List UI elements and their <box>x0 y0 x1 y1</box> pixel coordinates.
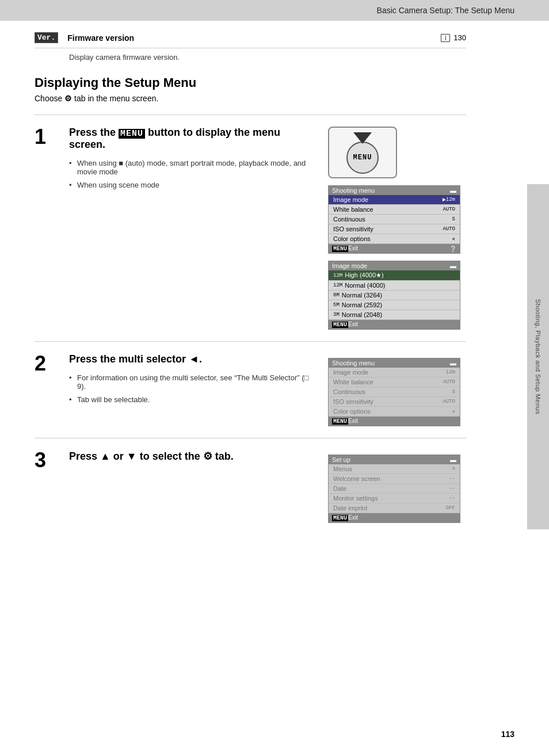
step-3-images: Set up ▬ Menus ≡ Welcome screen -- <box>328 450 466 523</box>
step-2-screen: Shooting menu ▬ Image mode 12m White bal… <box>328 358 460 426</box>
arrow-down-icon <box>353 132 372 144</box>
screen-1-header-icon: ▬ <box>450 187 456 194</box>
firmware-icon: Ver. <box>35 32 58 43</box>
screen-row-normal3264: 8M Normal (3264) <box>329 291 460 300</box>
main-content: Ver. Firmware version 130 Display camera… <box>0 21 501 546</box>
screen-row-normal2048: 3M ​Normal (2048) <box>329 310 460 320</box>
step-3-content: Press ▲ or ▼ to select the ⚙ tab. <box>69 450 317 523</box>
firmware-ref-number: 130 <box>453 33 466 42</box>
step-3-screen: Set up ▬ Menus ≡ Welcome screen -- <box>328 455 460 523</box>
step3-row-welcome: Welcome screen -- <box>329 474 460 484</box>
screen-row-normal2592: 5M Normal (2592) <box>329 300 460 310</box>
section-title: Displaying the Setup Menu <box>35 75 466 90</box>
step-2-screen-body: Image mode 12m White balance AUTO Contin… <box>329 368 460 417</box>
screen-1-footer-icon: ❔ <box>449 246 456 252</box>
screen-row-color: ​Color options ✕ <box>329 234 460 244</box>
screen-row-continuous: Continuous S <box>329 215 460 224</box>
step-2-title: Press the multi selector ◄. <box>69 353 317 365</box>
header-bar: Basic Camera Setup: The Setup Menu <box>0 0 549 21</box>
screen-2-footer-menu: MENUExit <box>332 321 358 328</box>
step-3-screen-header: Set up ▬ <box>329 455 460 464</box>
step-1-images: MENU Shooting menu ▬ Image mode ► 12m <box>328 127 466 330</box>
screen-row-image-mode: Image mode ► 12m <box>329 195 460 205</box>
step-1-bullets: When using ■ (auto) mode, smart portrait… <box>69 156 317 192</box>
screen-row-white-balance: White balance AUTO <box>329 205 460 215</box>
firmware-label: Firmware version <box>67 33 441 43</box>
step2-row-iso: ISO sensitivity AUTO <box>329 397 460 407</box>
step2-row-wb: White balance AUTO <box>329 377 460 387</box>
step-3-screen-body: Menus ≡ Welcome screen -- Date -- Moni <box>329 464 460 513</box>
screen-2-header-label: Image mode <box>332 262 367 269</box>
screen-1-body: Image mode ► 12m White balance AUTO Cont… <box>329 195 460 244</box>
shooting-menu-screen: Shooting menu ▬ Image mode ► 12m White b… <box>328 185 460 254</box>
step-2-bullet-2: Tab will be selectable. <box>69 393 317 406</box>
book-icon <box>441 34 450 42</box>
screen-1-footer-menu: MENUExit <box>332 245 358 252</box>
page-number: 113 <box>501 730 514 739</box>
step-2-bullet-1: For information on using the multi selec… <box>69 371 317 393</box>
firmware-description: Display camera firmware version. <box>69 51 466 62</box>
step-2-bullets: For information on using the multi selec… <box>69 371 317 406</box>
step-1-number: 1 <box>35 127 58 330</box>
firmware-ref: 130 <box>441 33 466 42</box>
step3-row-dateimprint: ​Date imprint OFF <box>329 503 460 513</box>
step-2: 2 Press the multi selector ◄. For inform… <box>35 341 466 438</box>
screen-2-header-icon: ▬ <box>450 262 456 269</box>
sidebar-text-label: Shooting, Playback and Setup Menus <box>535 299 542 414</box>
screen-row-normal4000: 12M Normal (4000) <box>329 281 460 291</box>
step-1-title: Press the MENU button to display the men… <box>69 127 317 151</box>
screen-row-iso: ISO sensitivity AUTO <box>329 224 460 234</box>
step-2-screen-footer: MENUExit <box>329 417 460 426</box>
step-1-bullet-2: When using scene mode <box>69 178 317 192</box>
step3-row-monitor: Monitor settings -- <box>329 494 460 503</box>
step-2-number: 2 <box>35 353 58 426</box>
screen-2-header: Image mode ▬ <box>329 261 460 270</box>
menu-button-illustration: MENU <box>328 127 397 178</box>
steps-area: 1 Press the MENU button to display the m… <box>35 114 466 534</box>
step3-row-date: Date -- <box>329 484 460 494</box>
header-title: Basic Camera Setup: The Setup Menu <box>377 6 514 15</box>
step-2-screen-header: Shooting menu ▬ <box>329 358 460 368</box>
step2-row-image: Image mode 12m <box>329 368 460 377</box>
step-3: 3 Press ▲ or ▼ to select the ⚙ tab. Set … <box>35 438 466 534</box>
step-3-screen-footer: MENUExit <box>329 513 460 522</box>
sidebar-text: Shooting, Playback and Setup Menus <box>527 184 549 529</box>
section-subtitle: Choose ⚙ tab in the menu screen. <box>35 94 466 103</box>
firmware-row: Ver. Firmware version 130 <box>35 32 466 48</box>
screen-2-footer: MENUExit <box>329 320 460 329</box>
menu-button-circle: MENU <box>346 142 379 174</box>
screen-row-high4000: 12M High (4000★) <box>329 270 460 281</box>
step-2-images: Shooting menu ▬ Image mode 12m White bal… <box>328 353 466 426</box>
step2-row-cont: Continuous S <box>329 387 460 397</box>
screen-1-footer: MENUExit ❔ <box>329 244 460 253</box>
step-2-content: Press the multi selector ◄. For informat… <box>69 353 317 426</box>
screen-2-body: 12M High (4000★) 12M Normal (4000) 8M No… <box>329 270 460 320</box>
menu-keyword: MENU <box>119 129 145 139</box>
image-mode-screen: Image mode ▬ 12M High (4000★) 12M Normal… <box>328 261 460 330</box>
step-1-bullet-1: When using ■ (auto) mode, smart portrait… <box>69 156 317 178</box>
screen-1-header-label: Shooting menu <box>332 187 375 194</box>
step2-row-color: ​Color options ✕ <box>329 407 460 417</box>
step-1: 1 Press the MENU button to display the m… <box>35 114 466 341</box>
step3-row-menus: Menus ≡ <box>329 464 460 474</box>
step-3-number: 3 <box>35 450 58 523</box>
step-3-title: Press ▲ or ▼ to select the ⚙ tab. <box>69 450 317 463</box>
step-1-content: Press the MENU button to display the men… <box>69 127 317 330</box>
screen-1-header: Shooting menu ▬ <box>329 186 460 195</box>
